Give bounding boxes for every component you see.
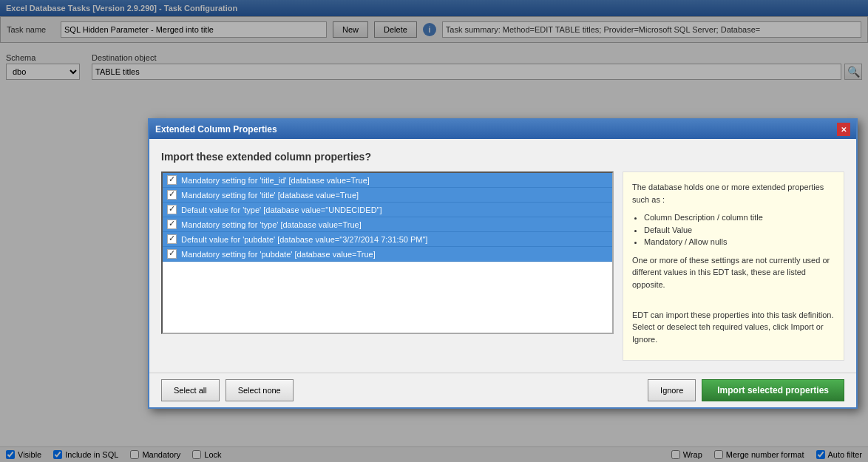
info-line3: EDT can import these properties into thi… <box>632 309 835 346</box>
select-none-button[interactable]: Select none <box>226 379 294 401</box>
property-label-5: Mandatory setting for 'pubdate' [databas… <box>181 250 376 259</box>
info-panel: The database holds one or more extended … <box>623 171 844 361</box>
select-buttons-group: Select all Select none <box>161 379 294 401</box>
info-line2: One or more of these settings are not cu… <box>632 254 835 291</box>
action-buttons-group: Ignore Import selected properties <box>648 379 844 401</box>
property-item-5[interactable]: Mandatory setting for 'pubdate' [databas… <box>163 247 612 262</box>
dialog-buttons: Select all Select none Ignore Import sel… <box>149 373 856 407</box>
dialog-overlay: Extended Column Properties ✕ Import thes… <box>0 0 868 462</box>
info-line1: The database holds one or more extended … <box>632 181 835 205</box>
property-item-0[interactable]: Mandatory setting for 'title_id' [databa… <box>163 173 612 188</box>
info-bullet-1: Column Description / column title <box>644 211 835 224</box>
property-checkbox-4[interactable] <box>167 234 177 244</box>
property-checkbox-0[interactable] <box>167 175 177 185</box>
property-label-4: Default value for 'pubdate' [database va… <box>181 235 427 244</box>
property-item-1[interactable]: Mandatory setting for 'title' [database … <box>163 188 612 203</box>
property-label-2: Default value for 'type' [database value… <box>181 205 382 214</box>
dialog-close-button[interactable]: ✕ <box>837 123 850 136</box>
dialog-title: Extended Column Properties <box>155 124 277 135</box>
property-label-0: Mandatory setting for 'title_id' [databa… <box>181 176 370 185</box>
property-checkbox-1[interactable] <box>167 190 177 200</box>
import-button[interactable]: Import selected properties <box>702 379 844 401</box>
info-bullet-2: Default Value <box>644 224 835 237</box>
property-label-1: Mandatory setting for 'title' [database … <box>181 191 359 200</box>
property-checkbox-2[interactable] <box>167 205 177 214</box>
property-checkbox-5[interactable] <box>167 249 177 259</box>
property-item-4[interactable]: Default value for 'pubdate' [database va… <box>163 232 612 247</box>
dialog-title-bar: Extended Column Properties ✕ <box>149 120 856 139</box>
ignore-button[interactable]: Ignore <box>648 379 696 401</box>
property-item-3[interactable]: Mandatory setting for 'type' [database v… <box>163 217 612 232</box>
info-bullet-3: Mandatory / Allow nulls <box>644 236 835 248</box>
dialog-question: Import these extended column properties? <box>161 151 844 163</box>
property-checkbox-3[interactable] <box>167 220 177 229</box>
dialog-body: Import these extended column properties?… <box>149 139 856 373</box>
dialog-content-row: Mandatory setting for 'title_id' [databa… <box>161 171 844 361</box>
select-all-button[interactable]: Select all <box>161 379 220 401</box>
extended-column-properties-dialog: Extended Column Properties ✕ Import thes… <box>148 118 858 409</box>
properties-list[interactable]: Mandatory setting for 'title_id' [databa… <box>161 171 614 334</box>
property-label-3: Mandatory setting for 'type' [database v… <box>181 220 362 229</box>
property-item-2[interactable]: Default value for 'type' [database value… <box>163 203 612 217</box>
